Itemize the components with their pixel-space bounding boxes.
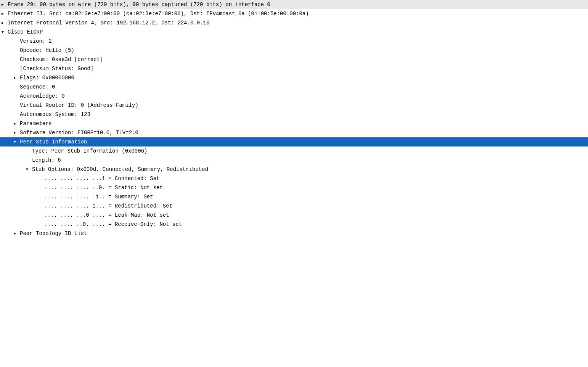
collapsed-icon[interactable]: ▶ (14, 121, 20, 126)
row-static[interactable]: .... .... .... ..0. = Static: Not set (0, 183, 588, 192)
row-text-checksum: Checksum: 0xee3d [correct] (20, 56, 103, 63)
collapsed-icon[interactable]: ▶ (2, 21, 8, 25)
row-text-flags: Flags: 0x00000000 (20, 75, 74, 81)
row-text-acknowledge: Acknowledge: 0 (20, 93, 65, 99)
collapsed-icon[interactable]: ▶ (2, 2, 8, 7)
row-text-software-version: Software Version: EIGRP=10.0, TLV=2.0 (20, 130, 138, 136)
row-flags[interactable]: ▶ Flags: 0x00000000 (0, 73, 588, 82)
row-text-autonomous-system: Autonomous System: 123 (20, 111, 90, 118)
row-text-leak-map: .... .... ...0 .... = Leak-Map: Not set (44, 212, 169, 218)
row-text-frame: Frame 29: 90 bytes on wire (720 bits), 9… (8, 2, 270, 8)
row-text-peer-topology-id: Peer Topology ID List (20, 230, 87, 237)
expanded-icon[interactable]: ▼ (26, 167, 32, 172)
row-text-version: Version: 2 (20, 38, 52, 44)
row-text-virtual-router-id: Virtual Router ID: 0 (Address-Family) (20, 102, 138, 108)
row-ethernet[interactable]: ▶ Ethernet II, Src: ca:02:3e:e7:00:00 (c… (0, 9, 588, 18)
row-text-psi-length: Length: 6 (32, 157, 61, 163)
row-software-version[interactable]: ▶ Software Version: EIGRP=10.0, TLV=2.0 (0, 128, 588, 137)
row-text-ip: Internet Protocol Version 4, Src: 192.16… (8, 20, 209, 26)
row-peer-stub-info[interactable]: ▼ Peer Stub Information (0, 137, 588, 146)
row-virtual-router-id[interactable]: Virtual Router ID: 0 (Address-Family) (0, 101, 588, 110)
row-acknowledge[interactable]: Acknowledge: 0 (0, 92, 588, 101)
row-checksum-status[interactable]: [Checksum Status: Good] (0, 64, 588, 73)
row-summary[interactable]: .... .... .... .1.. = Summary: Set (0, 192, 588, 201)
row-text-peer-stub-info: Peer Stub Information (20, 139, 87, 145)
collapsed-icon[interactable]: ▶ (2, 11, 8, 16)
row-text-psi-type: Type: Peer Stub Information (0x0006) (32, 148, 147, 154)
row-stub-options[interactable]: ▼ Stub Options: 0x000d, Connected, Summa… (0, 165, 588, 174)
row-text-parameters: Parameters (20, 121, 52, 127)
row-text-eigrp: Cisco EIGRP (8, 29, 43, 35)
packet-detail-panel: ▶ Frame 29: 90 bytes on wire (720 bits),… (0, 0, 588, 367)
row-text-static: .... .... .... ..0. = Static: Not set (44, 185, 163, 191)
row-ip[interactable]: ▶ Internet Protocol Version 4, Src: 192.… (0, 18, 588, 27)
row-redistributed[interactable]: .... .... .... 1... = Redistributed: Set (0, 201, 588, 211)
row-text-opcode: Opcode: Hello (5) (20, 47, 74, 53)
row-text-receive-only: .... .... ..0. .... = Receive-Only: Not … (44, 221, 182, 227)
collapsed-icon[interactable]: ▶ (14, 231, 20, 236)
row-leak-map[interactable]: .... .... ...0 .... = Leak-Map: Not set (0, 211, 588, 220)
row-frame[interactable]: ▶ Frame 29: 90 bytes on wire (720 bits),… (0, 0, 588, 9)
row-text-ethernet: Ethernet II, Src: ca:02:3e:e7:00:00 (ca:… (8, 11, 309, 17)
row-connected[interactable]: .... .... .... ...1 = Connected: Set (0, 174, 588, 183)
row-peer-topology-id[interactable]: ▶ Peer Topology ID List (0, 229, 588, 238)
row-version[interactable]: Version: 2 (0, 37, 588, 46)
row-text-summary: .... .... .... .1.. = Summary: Set (44, 194, 153, 200)
expanded-icon[interactable]: ▼ (2, 30, 8, 34)
row-text-connected: .... .... .... ...1 = Connected: Set (44, 175, 159, 182)
row-text-redistributed: .... .... .... 1... = Redistributed: Set (44, 203, 172, 209)
row-eigrp[interactable]: ▼ Cisco EIGRP (0, 27, 588, 37)
row-text-checksum-status: [Checksum Status: Good] (20, 66, 93, 72)
row-psi-type[interactable]: Type: Peer Stub Information (0x0006) (0, 146, 588, 156)
expanded-icon[interactable]: ▼ (14, 140, 20, 144)
row-parameters[interactable]: ▶ Parameters (0, 119, 588, 128)
row-checksum[interactable]: Checksum: 0xee3d [correct] (0, 55, 588, 64)
row-text-stub-options: Stub Options: 0x000d, Connected, Summary… (32, 166, 208, 172)
row-autonomous-system[interactable]: Autonomous System: 123 (0, 110, 588, 119)
row-psi-length[interactable]: Length: 6 (0, 156, 588, 165)
row-receive-only[interactable]: .... .... ..0. .... = Receive-Only: Not … (0, 220, 588, 229)
row-sequence[interactable]: Sequence: 0 (0, 82, 588, 92)
row-text-sequence: Sequence: 0 (20, 84, 55, 90)
row-opcode[interactable]: Opcode: Hello (5) (0, 46, 588, 55)
collapsed-icon[interactable]: ▶ (14, 130, 20, 135)
collapsed-icon[interactable]: ▶ (14, 76, 20, 80)
